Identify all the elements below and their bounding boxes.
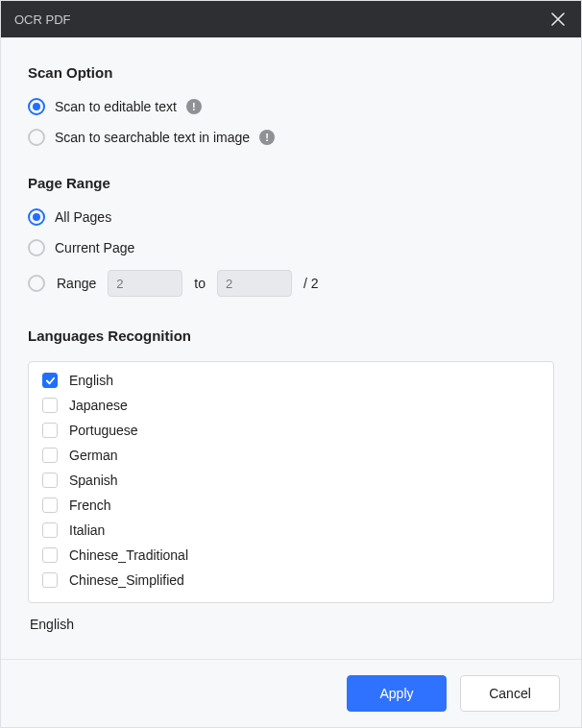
language-checkbox[interactable]: [42, 448, 58, 463]
page-range-custom-row[interactable]: Range to / 2: [28, 270, 554, 297]
scan-searchable-label: Scan to searchable text in image: [55, 130, 250, 145]
language-checkbox[interactable]: [42, 423, 58, 438]
close-icon: [551, 12, 565, 26]
language-label: English: [69, 373, 113, 388]
language-item[interactable]: Italian: [29, 518, 553, 543]
language-item[interactable]: Chinese_Simplified: [29, 568, 553, 593]
info-icon: !: [259, 130, 275, 145]
dialog-title: OCR PDF: [14, 12, 71, 27]
language-label: French: [69, 497, 111, 513]
scan-searchable-row[interactable]: Scan to searchable text in image !: [28, 129, 554, 146]
page-range-current-radio[interactable]: [28, 239, 45, 256]
language-label: Spanish: [69, 473, 118, 488]
language-item[interactable]: Japanese: [29, 393, 553, 418]
language-item[interactable]: Spanish: [29, 468, 553, 493]
page-range-all-radio[interactable]: [28, 208, 45, 226]
close-button[interactable]: [548, 10, 568, 29]
page-range-custom-radio[interactable]: [28, 275, 45, 292]
page-range-total: / 2: [303, 276, 319, 291]
scan-editable-row[interactable]: Scan to editable text !: [28, 98, 554, 115]
language-item[interactable]: Chinese_Traditional: [29, 543, 553, 568]
language-checkbox[interactable]: [42, 547, 58, 563]
language-label: German: [69, 448, 118, 463]
languages-title: Languages Recognition: [28, 328, 554, 344]
titlebar: OCR PDF: [1, 1, 581, 37]
language-checkbox[interactable]: [42, 572, 58, 588]
language-checkbox[interactable]: [42, 473, 58, 488]
language-checkbox[interactable]: [42, 497, 58, 513]
language-item[interactable]: French: [29, 493, 553, 518]
page-range-from-input[interactable]: [108, 270, 182, 297]
page-range-current-label: Current Page: [55, 240, 134, 255]
language-label: Chinese_Simplified: [69, 572, 184, 588]
language-checkbox[interactable]: [42, 522, 58, 538]
check-icon: [45, 376, 56, 386]
scan-editable-label: Scan to editable text: [55, 99, 177, 114]
page-range-all-row[interactable]: All Pages: [28, 208, 554, 226]
language-label: Portuguese: [69, 423, 138, 438]
scan-option-title: Scan Option: [28, 64, 554, 81]
language-label: Chinese_Traditional: [69, 547, 188, 563]
page-range-title: Page Range: [28, 175, 554, 191]
scan-editable-radio[interactable]: [28, 98, 45, 115]
language-label: Italian: [69, 522, 105, 538]
page-range-all-label: All Pages: [55, 209, 111, 225]
language-item[interactable]: German: [29, 443, 553, 468]
languages-list[interactable]: EnglishJapanesePortugueseGermanSpanishFr…: [28, 361, 554, 603]
dialog-content: Scan Option Scan to editable text ! Scan…: [1, 37, 581, 659]
ocr-dialog: OCR PDF Scan Option Scan to editable tex…: [0, 0, 582, 728]
page-range-current-row[interactable]: Current Page: [28, 239, 554, 256]
page-range-custom-label: Range: [57, 276, 96, 291]
apply-button[interactable]: Apply: [347, 675, 447, 712]
language-label: Japanese: [69, 398, 128, 413]
scan-searchable-radio[interactable]: [28, 129, 45, 146]
page-range-to-text: to: [194, 276, 206, 291]
cancel-button[interactable]: Cancel: [460, 675, 560, 712]
info-icon: !: [186, 99, 202, 114]
language-item[interactable]: English: [29, 368, 553, 393]
selected-languages-summary: English: [28, 603, 554, 640]
language-checkbox[interactable]: [42, 373, 58, 388]
page-range-to-input[interactable]: [217, 270, 292, 297]
language-checkbox[interactable]: [42, 398, 58, 413]
language-item[interactable]: Portuguese: [29, 418, 553, 443]
dialog-footer: Apply Cancel: [1, 659, 581, 727]
